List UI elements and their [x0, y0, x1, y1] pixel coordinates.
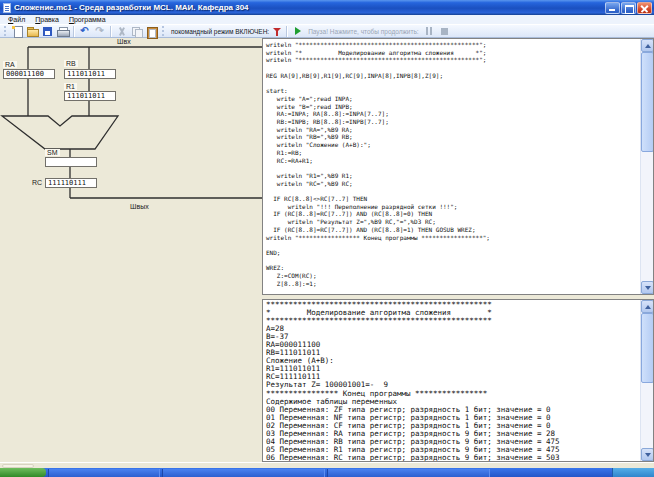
datapath-diagram-panel: Швх Швых RA 000011100 RB 111011011 R1 11…: [0, 38, 262, 462]
play-icon: [295, 27, 301, 35]
menu-edit[interactable]: Правка: [30, 15, 64, 24]
toolbar-separator: [286, 26, 287, 37]
paste-button[interactable]: [145, 25, 158, 37]
command-mode-button[interactable]: покомандный режим ВКЛЮЧЕН:: [169, 28, 271, 35]
titlebar[interactable]: Сложение.mc1 - Среда разработки MCL. МАИ…: [0, 0, 654, 15]
scroll-up-button[interactable]: [641, 39, 654, 52]
register-sm-value: [45, 157, 97, 167]
save-button[interactable]: [41, 25, 54, 37]
save-icon: [42, 26, 53, 37]
pause-icon: [426, 27, 433, 35]
editor-output-stack: writeln "*******************************…: [262, 38, 654, 462]
stop-icon: [441, 28, 448, 35]
undo-button[interactable]: ↶: [78, 25, 91, 37]
step-button[interactable]: [423, 25, 436, 37]
system-tray[interactable]: [612, 468, 654, 477]
datapath-svg: [0, 38, 262, 462]
main-area: Швх Швых RA 000011100 RB 111011011 R1 11…: [0, 38, 654, 462]
app-window: Сложение.mc1 - Среда разработки MCL. МАИ…: [0, 0, 654, 477]
scroll-down-button[interactable]: [641, 448, 654, 461]
alu-shape: [2, 116, 118, 149]
toolbar: ↶ ↷ покомандный режим ВКЛЮЧЕН: Пауза! На…: [0, 24, 654, 38]
cut-icon: [116, 26, 127, 37]
register-rc-value: 111110111: [45, 178, 97, 188]
bus-out-label: Швых: [130, 203, 149, 210]
redo-icon: ↷: [95, 26, 103, 36]
app-icon: [3, 3, 11, 13]
scrollbar-thumb[interactable]: [641, 313, 654, 383]
menubar: Файл Правка Программа: [0, 15, 654, 24]
stop-button[interactable]: [438, 25, 451, 37]
window-title: Сложение.mc1 - Среда разработки MCL. МАИ…: [14, 3, 604, 12]
register-sm-label: SM: [45, 149, 60, 156]
scrollbar-thumb[interactable]: [641, 52, 654, 152]
menu-program[interactable]: Программа: [64, 15, 111, 24]
program-output: ****************************************…: [263, 300, 653, 462]
bus-in-label: Швх: [117, 38, 131, 45]
toolbar-drag-handle[interactable]: [162, 26, 165, 36]
taskbar-button[interactable]: [48, 469, 160, 477]
program-output-panel: ****************************************…: [262, 299, 654, 462]
minimize-button[interactable]: [605, 2, 620, 14]
scroll-up-button[interactable]: [641, 300, 654, 313]
paste-icon: [146, 26, 157, 37]
scroll-down-button[interactable]: [641, 281, 654, 294]
toolbar-separator: [110, 26, 111, 37]
print-button[interactable]: [56, 25, 69, 37]
register-ra-label: RA: [3, 61, 17, 68]
open-folder-icon: [27, 26, 38, 37]
new-file-button[interactable]: [11, 25, 24, 37]
close-button[interactable]: [637, 2, 652, 14]
code-editor-panel: writeln "*******************************…: [262, 38, 654, 295]
taskbar: [0, 468, 654, 477]
copy-button[interactable]: [130, 25, 143, 37]
undo-icon: ↶: [80, 26, 88, 36]
register-rc-label: RC: [30, 179, 44, 186]
redo-button[interactable]: ↷: [93, 25, 106, 37]
run-button[interactable]: [291, 25, 304, 37]
toolbar-separator: [73, 26, 74, 37]
register-rb-value: 111011011: [64, 69, 116, 79]
output-scrollbar[interactable]: [640, 300, 653, 461]
register-rb-label: RB: [64, 60, 78, 67]
code-scrollbar[interactable]: [640, 39, 653, 294]
register-r1-value: 111011011: [64, 91, 116, 101]
copy-icon: [131, 26, 142, 37]
toolbar-drag-handle[interactable]: [4, 26, 7, 36]
restore-button[interactable]: [621, 2, 636, 14]
register-r1-label: R1: [64, 83, 77, 90]
code-editor[interactable]: writeln "*******************************…: [263, 39, 653, 288]
new-file-icon: [12, 26, 23, 37]
print-icon: [57, 26, 68, 37]
taskbar-button[interactable]: [162, 469, 325, 477]
menu-file[interactable]: Файл: [3, 15, 30, 24]
taskbar-button[interactable]: [327, 469, 490, 477]
cut-button[interactable]: [115, 25, 128, 37]
register-ra-value: 000011100: [3, 69, 55, 79]
start-button[interactable]: [0, 468, 46, 477]
funnel-icon[interactable]: [273, 27, 282, 36]
pause-status-label: Пауза! Нажмите, чтобы продолжить:: [306, 28, 420, 35]
open-file-button[interactable]: [26, 25, 39, 37]
